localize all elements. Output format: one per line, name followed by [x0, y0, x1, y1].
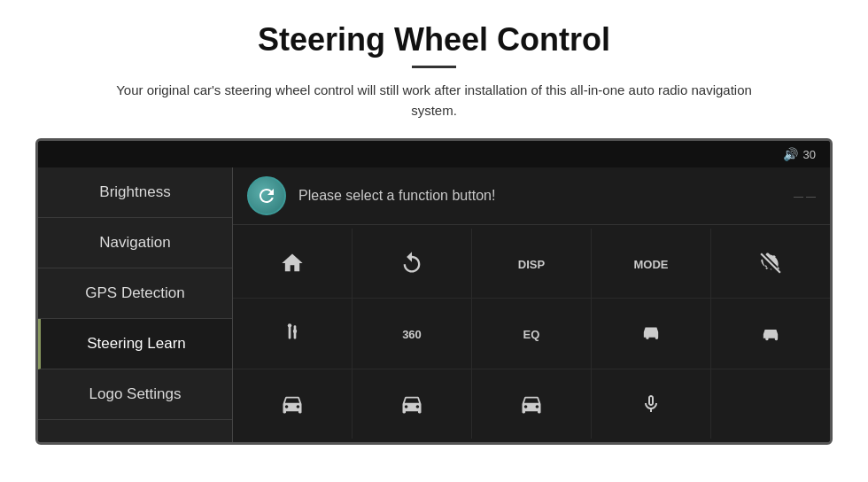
btn-eq[interactable]: EQ	[472, 299, 592, 368]
sidebar-item-brightness[interactable]: Brightness	[38, 167, 232, 218]
screen-topbar: 🔊 30	[38, 141, 830, 167]
button-row-1: DISP MODE	[233, 229, 830, 299]
car-screen: 🔊 30 Brightness Navigation GPS Detection…	[35, 138, 833, 445]
svg-point-4	[293, 330, 297, 333]
sidebar-item-logo[interactable]: Logo Settings	[38, 369, 232, 420]
btn-car3[interactable]	[233, 369, 353, 439]
buttons-area: DISP MODE	[233, 225, 830, 442]
btn-car-front[interactable]	[592, 299, 711, 368]
sidebar-item-gps[interactable]: GPS Detection	[38, 268, 232, 319]
car5-icon	[519, 392, 544, 416]
btn-car4[interactable]	[353, 369, 472, 439]
volume-icon: 🔊	[783, 147, 798, 161]
btn-empty	[711, 369, 830, 439]
btn-360[interactable]: 360	[353, 299, 472, 368]
car4-icon	[399, 392, 424, 416]
antenna-icon	[281, 321, 304, 346]
sidebar-item-steering[interactable]: Steering Learn	[38, 319, 232, 369]
car-back-icon	[758, 321, 783, 346]
page-title: Steering Wheel Control	[258, 21, 610, 58]
disp-label: DISP	[518, 258, 545, 271]
mode-label: MODE	[634, 258, 669, 271]
title-divider	[412, 66, 456, 68]
screen-content: Please select a function button! — —	[233, 167, 830, 442]
car-front-icon	[639, 321, 663, 346]
home-icon	[280, 251, 305, 276]
svg-point-3	[288, 324, 291, 328]
button-row-2: 360 EQ	[233, 299, 830, 369]
btn-home[interactable]	[233, 229, 353, 298]
back-icon	[399, 251, 424, 276]
page-subtitle: Your original car's steering wheel contr…	[115, 81, 753, 120]
btn-mode[interactable]: MODE	[592, 229, 711, 298]
mic-icon	[640, 392, 662, 416]
prompt-text: Please select a function button!	[298, 188, 495, 204]
sidebar: Brightness Navigation GPS Detection Stee…	[38, 167, 233, 442]
screen-main: Brightness Navigation GPS Detection Stee…	[38, 167, 830, 442]
btn-car5[interactable]	[472, 369, 592, 439]
btn-mic[interactable]	[592, 369, 711, 439]
btn-phone-slash[interactable]	[711, 229, 830, 298]
refresh-icon	[256, 185, 277, 206]
refresh-button[interactable]	[247, 176, 286, 215]
eq-label: EQ	[523, 328, 540, 341]
volume-indicator: 🔊 30	[783, 147, 816, 161]
btn-back[interactable]	[353, 229, 472, 298]
360-label: 360	[402, 328, 422, 341]
phone-slash-icon	[759, 252, 782, 275]
sidebar-item-navigation[interactable]: Navigation	[38, 218, 232, 268]
btn-disp[interactable]: DISP	[472, 229, 592, 298]
car3-icon	[280, 392, 305, 416]
svg-rect-1	[289, 326, 291, 339]
content-header: Please select a function button! — —	[233, 167, 830, 225]
btn-car-back[interactable]	[711, 299, 830, 368]
top-right-label: — —	[794, 190, 816, 201]
btn-antenna[interactable]	[233, 299, 353, 368]
button-row-3	[233, 369, 830, 439]
volume-level: 30	[803, 148, 816, 161]
